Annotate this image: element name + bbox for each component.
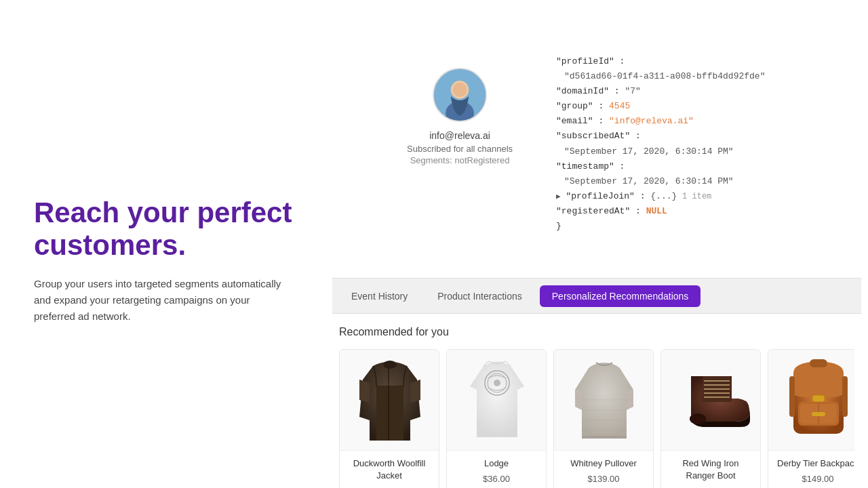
hero-title: Reach your perfect customers.	[34, 197, 305, 262]
product-card-derby[interactable]: Derby Tier Backpack $149.00	[768, 349, 854, 488]
hero-section: Reach your perfect customers. Group your…	[34, 197, 305, 325]
product-price-lodge: $36.00	[454, 474, 539, 484]
product-name-whitney: Whitney Pullover	[561, 458, 646, 470]
segments-label: Segments:	[410, 155, 452, 165]
product-name-lodge: Lodge	[454, 458, 539, 470]
product-info-derby: Derby Tier Backpack $149.00	[768, 450, 854, 488]
product-info-redwing: Red Wing Iron Ranger Boot $319.00	[661, 450, 760, 488]
json-display: "profileId" : "d561ad66-01f4-a311-a008-b…	[556, 54, 765, 234]
json-timestamp-key: "timestamp" :	[556, 161, 625, 171]
json-subscribedAt-val: "September 17, 2020, 6:30:14 PM"	[564, 146, 734, 157]
json-group-key: "group" :	[556, 101, 604, 111]
tab-personalized-recommendations[interactable]: Personalized Recommendations	[540, 285, 701, 307]
product-card-duckworth[interactable]: Duckworth Woolfill Jacket $189.00	[339, 349, 439, 488]
product-card-redwing[interactable]: Red Wing Iron Ranger Boot $319.00	[660, 349, 761, 488]
profile-email: info@releva.ai	[429, 130, 490, 141]
product-image-duckworth	[340, 350, 439, 450]
product-price-whitney: $139.00	[561, 474, 646, 484]
svg-rect-20	[812, 412, 825, 416]
json-profileJoin-count: 1 item	[682, 192, 711, 201]
product-image-whitney	[554, 350, 654, 450]
json-group-val: 4545	[609, 101, 630, 111]
svg-point-7	[494, 380, 500, 386]
product-info-whitney: Whitney Pullover $139.00	[554, 450, 653, 488]
hero-subtitle: Group your users into targeted segments …	[34, 276, 292, 325]
json-domainId-val: "7"	[625, 86, 640, 96]
svg-rect-22	[842, 376, 848, 417]
product-info-duckworth: Duckworth Woolfill Jacket $189.00	[340, 450, 439, 488]
recommended-section: Recommended for you	[332, 314, 861, 488]
svg-point-4	[383, 361, 397, 369]
json-subscribedAt-key: "subscribedAt" :	[556, 131, 641, 141]
product-image-lodge	[447, 350, 547, 450]
tab-product-interactions[interactable]: Product Interactions	[425, 285, 534, 307]
json-timestamp-val: "September 17, 2020, 6:30:14 PM"	[564, 176, 734, 186]
json-email-val: "info@releva.ai"	[609, 116, 694, 126]
json-closing-brace: }	[556, 221, 561, 231]
product-name-redwing: Red Wing Iron Ranger Boot	[668, 458, 753, 482]
json-expand-icon[interactable]: ▶	[556, 192, 561, 201]
product-info-lodge: Lodge $36.00	[447, 450, 546, 488]
recommended-title: Recommended for you	[339, 326, 854, 338]
json-registeredAt-key: "registeredAt" :	[556, 206, 641, 216]
avatar	[433, 68, 487, 122]
svg-rect-21	[789, 376, 795, 417]
products-grid: Duckworth Woolfill Jacket $189.00	[339, 349, 854, 488]
tabs-container: Event History Product Interactions Perso…	[332, 279, 861, 314]
profile-subscribed: Subscribed for all channels	[407, 144, 513, 154]
json-email-key: "email" :	[556, 116, 604, 126]
json-profileJoin-key: "profileJoin" :	[566, 191, 645, 201]
tab-event-history[interactable]: Event History	[339, 285, 420, 307]
svg-point-3	[453, 83, 467, 97]
json-registeredAt-val: NULL	[646, 206, 667, 216]
json-domainId-key: "domainId" :	[556, 86, 620, 96]
product-card-whitney[interactable]: Whitney Pullover $139.00	[553, 349, 654, 488]
svg-rect-16	[810, 359, 827, 367]
product-card-lodge[interactable]: Lodge $36.00	[446, 349, 547, 488]
product-name-duckworth: Duckworth Woolfill Jacket	[347, 458, 432, 482]
profile-card: info@releva.ai Subscribed for all channe…	[407, 68, 513, 165]
product-image-redwing	[661, 350, 761, 450]
json-profileJoin-val: {...}	[650, 191, 677, 201]
json-profileId-key: "profileId" :	[556, 56, 625, 66]
product-name-derby: Derby Tier Backpack	[775, 458, 854, 470]
svg-rect-17	[812, 395, 825, 402]
segments-value: notRegistered	[454, 155, 509, 165]
svg-point-14	[690, 413, 706, 424]
tab-panel: Event History Product Interactions Perso…	[332, 278, 861, 488]
json-profileId-val: "d561ad66-01f4-a311-a008-bffb4dd92fde"	[564, 71, 765, 81]
profile-segments: Segments: notRegistered	[410, 155, 510, 165]
product-price-derby: $149.00	[775, 474, 854, 484]
product-image-derby	[768, 350, 854, 450]
